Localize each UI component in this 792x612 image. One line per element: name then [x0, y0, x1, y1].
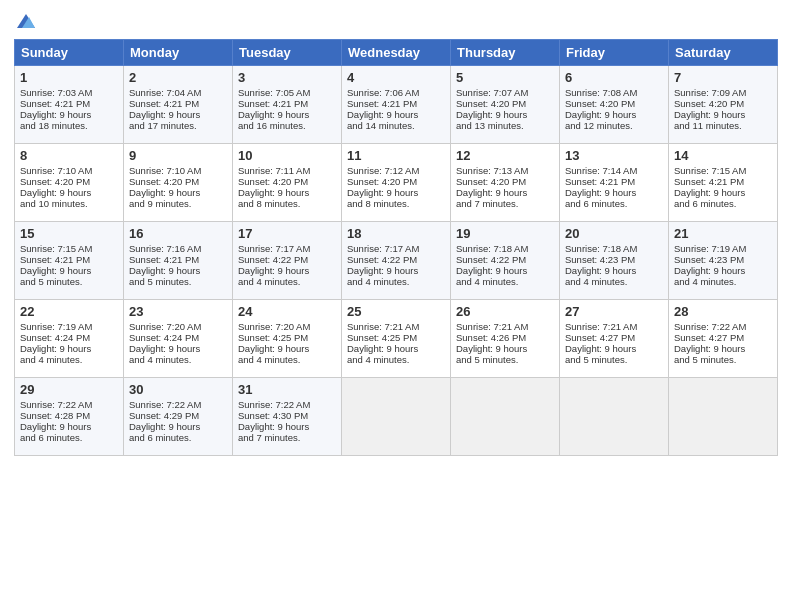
cell-line: Daylight: 9 hours — [129, 187, 227, 198]
cell-line: Sunrise: 7:20 AM — [129, 321, 227, 332]
day-number: 9 — [129, 148, 227, 163]
cell-line: Sunrise: 7:08 AM — [565, 87, 663, 98]
day-number: 17 — [238, 226, 336, 241]
week-row-4: 22Sunrise: 7:19 AMSunset: 4:24 PMDayligh… — [15, 299, 778, 377]
day-number: 19 — [456, 226, 554, 241]
cell-line: Sunset: 4:21 PM — [347, 98, 445, 109]
day-number: 4 — [347, 70, 445, 85]
cell-line: Sunset: 4:28 PM — [20, 410, 118, 421]
cell-line: and 5 minutes. — [20, 276, 118, 287]
cell-line: Sunrise: 7:10 AM — [20, 165, 118, 176]
calendar-cell — [560, 377, 669, 455]
cell-line: Sunrise: 7:20 AM — [238, 321, 336, 332]
calendar-cell: 31Sunrise: 7:22 AMSunset: 4:30 PMDayligh… — [233, 377, 342, 455]
header-day-friday: Friday — [560, 39, 669, 65]
calendar-cell: 17Sunrise: 7:17 AMSunset: 4:22 PMDayligh… — [233, 221, 342, 299]
cell-line: Sunrise: 7:18 AM — [456, 243, 554, 254]
calendar-header: SundayMondayTuesdayWednesdayThursdayFrid… — [15, 39, 778, 65]
cell-line: Sunrise: 7:17 AM — [347, 243, 445, 254]
cell-line: Daylight: 9 hours — [347, 343, 445, 354]
cell-line: Daylight: 9 hours — [347, 187, 445, 198]
cell-line: Sunrise: 7:17 AM — [238, 243, 336, 254]
cell-line: Sunrise: 7:03 AM — [20, 87, 118, 98]
cell-line: Daylight: 9 hours — [674, 109, 772, 120]
cell-line: and 4 minutes. — [129, 354, 227, 365]
day-number: 7 — [674, 70, 772, 85]
cell-line: Daylight: 9 hours — [129, 109, 227, 120]
header — [14, 10, 778, 33]
day-number: 26 — [456, 304, 554, 319]
cell-line: and 14 minutes. — [347, 120, 445, 131]
cell-line: Daylight: 9 hours — [20, 421, 118, 432]
day-number: 22 — [20, 304, 118, 319]
day-number: 11 — [347, 148, 445, 163]
calendar-cell: 13Sunrise: 7:14 AMSunset: 4:21 PMDayligh… — [560, 143, 669, 221]
week-row-1: 1Sunrise: 7:03 AMSunset: 4:21 PMDaylight… — [15, 65, 778, 143]
cell-line: Sunset: 4:27 PM — [565, 332, 663, 343]
cell-line: and 6 minutes. — [20, 432, 118, 443]
cell-line: Sunrise: 7:06 AM — [347, 87, 445, 98]
cell-line: Daylight: 9 hours — [20, 265, 118, 276]
cell-line: Daylight: 9 hours — [238, 187, 336, 198]
day-number: 21 — [674, 226, 772, 241]
cell-line: Daylight: 9 hours — [456, 187, 554, 198]
week-row-2: 8Sunrise: 7:10 AMSunset: 4:20 PMDaylight… — [15, 143, 778, 221]
calendar-cell: 20Sunrise: 7:18 AMSunset: 4:23 PMDayligh… — [560, 221, 669, 299]
cell-line: Sunset: 4:22 PM — [456, 254, 554, 265]
calendar-cell: 21Sunrise: 7:19 AMSunset: 4:23 PMDayligh… — [669, 221, 778, 299]
cell-line: Sunset: 4:21 PM — [238, 98, 336, 109]
day-number: 6 — [565, 70, 663, 85]
calendar-cell — [669, 377, 778, 455]
cell-line: Sunset: 4:20 PM — [674, 98, 772, 109]
cell-line: and 10 minutes. — [20, 198, 118, 209]
cell-line: Sunset: 4:21 PM — [20, 254, 118, 265]
cell-line: Sunrise: 7:13 AM — [456, 165, 554, 176]
calendar-cell: 24Sunrise: 7:20 AMSunset: 4:25 PMDayligh… — [233, 299, 342, 377]
cell-line: Sunrise: 7:11 AM — [238, 165, 336, 176]
cell-line: Daylight: 9 hours — [674, 187, 772, 198]
day-number: 20 — [565, 226, 663, 241]
calendar-cell: 9Sunrise: 7:10 AMSunset: 4:20 PMDaylight… — [124, 143, 233, 221]
cell-line: and 4 minutes. — [238, 354, 336, 365]
calendar-cell: 11Sunrise: 7:12 AMSunset: 4:20 PMDayligh… — [342, 143, 451, 221]
calendar-cell: 19Sunrise: 7:18 AMSunset: 4:22 PMDayligh… — [451, 221, 560, 299]
cell-line: Sunrise: 7:15 AM — [20, 243, 118, 254]
cell-line: Daylight: 9 hours — [565, 187, 663, 198]
calendar-cell: 8Sunrise: 7:10 AMSunset: 4:20 PMDaylight… — [15, 143, 124, 221]
cell-line: Sunrise: 7:19 AM — [20, 321, 118, 332]
cell-line: Sunrise: 7:10 AM — [129, 165, 227, 176]
cell-line: Sunset: 4:20 PM — [456, 176, 554, 187]
day-number: 29 — [20, 382, 118, 397]
cell-line: Daylight: 9 hours — [674, 265, 772, 276]
calendar-cell: 27Sunrise: 7:21 AMSunset: 4:27 PMDayligh… — [560, 299, 669, 377]
cell-line: and 12 minutes. — [565, 120, 663, 131]
logo — [14, 14, 35, 33]
cell-line: Daylight: 9 hours — [674, 343, 772, 354]
cell-line: Daylight: 9 hours — [347, 109, 445, 120]
calendar-cell: 7Sunrise: 7:09 AMSunset: 4:20 PMDaylight… — [669, 65, 778, 143]
day-number: 12 — [456, 148, 554, 163]
cell-line: and 6 minutes. — [674, 198, 772, 209]
cell-line: Daylight: 9 hours — [20, 187, 118, 198]
cell-line: and 5 minutes. — [565, 354, 663, 365]
cell-line: Daylight: 9 hours — [565, 343, 663, 354]
logo-icon — [17, 14, 35, 28]
cell-line: and 6 minutes. — [129, 432, 227, 443]
day-number: 18 — [347, 226, 445, 241]
day-number: 16 — [129, 226, 227, 241]
header-day-monday: Monday — [124, 39, 233, 65]
day-number: 24 — [238, 304, 336, 319]
cell-line: Sunset: 4:21 PM — [129, 254, 227, 265]
calendar-cell: 22Sunrise: 7:19 AMSunset: 4:24 PMDayligh… — [15, 299, 124, 377]
day-number: 3 — [238, 70, 336, 85]
cell-line: Daylight: 9 hours — [238, 265, 336, 276]
calendar-cell: 23Sunrise: 7:20 AMSunset: 4:24 PMDayligh… — [124, 299, 233, 377]
cell-line: Daylight: 9 hours — [565, 109, 663, 120]
cell-line: and 5 minutes. — [456, 354, 554, 365]
cell-line: Sunset: 4:21 PM — [674, 176, 772, 187]
cell-line: and 13 minutes. — [456, 120, 554, 131]
day-number: 23 — [129, 304, 227, 319]
cell-line: Sunset: 4:22 PM — [347, 254, 445, 265]
calendar-cell: 28Sunrise: 7:22 AMSunset: 4:27 PMDayligh… — [669, 299, 778, 377]
cell-line: Daylight: 9 hours — [238, 421, 336, 432]
